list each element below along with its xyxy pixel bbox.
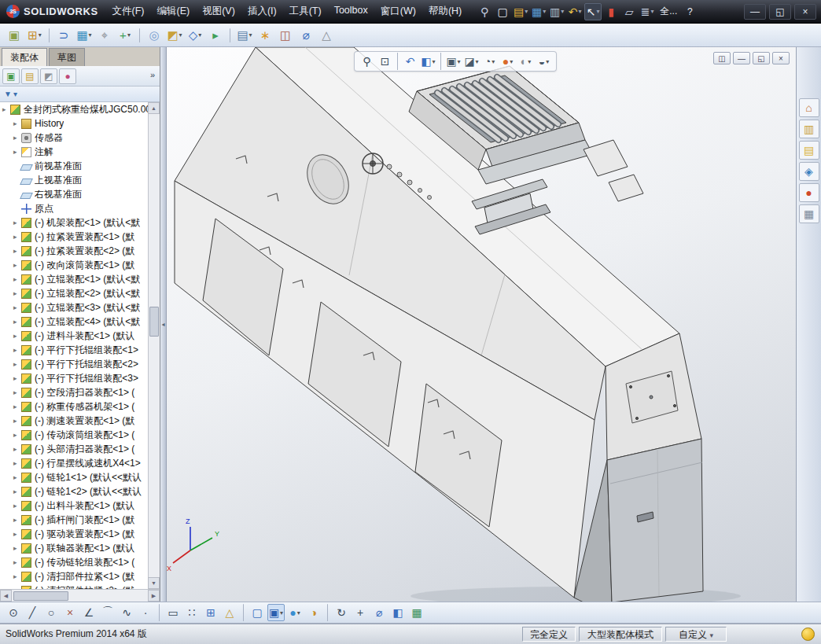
- tree-item[interactable]: (-) 立辊装配<1> (默认<默: [0, 272, 148, 286]
- section-view-button[interactable]: ◧: [419, 53, 437, 70]
- insert-components-button[interactable]: ⊞: [25, 26, 44, 45]
- tree-item[interactable]: 传感器: [0, 131, 148, 145]
- undo-button[interactable]: ↶: [566, 3, 584, 20]
- quick-access-text[interactable]: 全...: [657, 3, 680, 20]
- custom-properties-icon[interactable]: ▦: [799, 204, 819, 223]
- displaymanager-tab[interactable]: ●: [59, 68, 76, 84]
- separator[interactable]: [397, 53, 398, 70]
- restore-document-button[interactable]: ◱: [753, 52, 770, 64]
- open-document-button[interactable]: ▤: [512, 3, 529, 20]
- featuremanager-tab[interactable]: ▣: [2, 68, 20, 84]
- tree-item[interactable]: (-) 拉紧装置装配<1> (默: [0, 230, 148, 244]
- tree-item[interactable]: (-) 链轮1<2> (默认<<默认: [0, 484, 148, 499]
- tree-item[interactable]: (-) 测速装置装配<1> (默: [0, 414, 148, 428]
- tree-item[interactable]: (-) 机架装配<1> (默认<默: [0, 215, 148, 230]
- tree-item[interactable]: (-) 进料斗装配<1> (默认: [0, 329, 148, 343]
- tree-item[interactable]: 上视基准面: [0, 173, 148, 187]
- view-settings-button[interactable]: ◒: [535, 53, 553, 70]
- mass-properties-button[interactable]: △: [317, 26, 336, 45]
- separator[interactable]: [230, 28, 230, 42]
- measure-button[interactable]: ⌀: [370, 604, 388, 621]
- tree-expander-icon[interactable]: [13, 346, 21, 354]
- tree-item[interactable]: (-) 驱动装置装配<1> (默: [0, 527, 148, 541]
- scene-button[interactable]: ◑: [305, 604, 322, 621]
- tree-expander-icon[interactable]: [13, 219, 21, 226]
- menu-item[interactable]: 窗口(W): [374, 0, 422, 23]
- minimize-document-button[interactable]: —: [733, 52, 750, 64]
- previous-view-button[interactable]: ↶: [401, 53, 419, 70]
- restore-button[interactable]: ◱: [769, 4, 791, 20]
- separator[interactable]: [327, 604, 328, 621]
- appearance-button[interactable]: ●: [286, 604, 304, 621]
- tree-item[interactable]: (-) 清扫部件拉紧<2> (默: [0, 583, 148, 589]
- menu-item[interactable]: 视图(V): [196, 0, 241, 23]
- tree-item[interactable]: (-) 立辊装配<4> (默认<默: [0, 315, 148, 329]
- tree-item[interactable]: (-) 立辊装配<2> (默认<默: [0, 286, 148, 300]
- help-button[interactable]: ?: [681, 3, 698, 20]
- tree-expander-icon[interactable]: [13, 431, 21, 439]
- menu-item[interactable]: 工具(T): [283, 0, 328, 23]
- tree-expander-icon[interactable]: [13, 530, 21, 538]
- tree-item[interactable]: (-) 行星摆线减速机X4<1>: [0, 456, 148, 470]
- new-document-button[interactable]: ▢: [494, 3, 511, 20]
- interference-detection-button[interactable]: ◫: [276, 26, 295, 45]
- graphics-area[interactable]: Z Y X ⚲⊡↶◧▣◪◔●◐◒ ◫—◱×: [167, 47, 796, 602]
- search-icon[interactable]: ⚲: [476, 3, 493, 20]
- tree-item[interactable]: (-) 插杆闸门装配<1> (默: [0, 513, 148, 527]
- tree-expander-icon[interactable]: [13, 403, 21, 410]
- zoom-to-fit-button[interactable]: ⚲: [358, 53, 376, 70]
- separator[interactable]: [159, 604, 160, 621]
- tree-expander-icon[interactable]: [13, 134, 21, 142]
- scroll-down-icon[interactable]: ▼: [148, 577, 160, 589]
- assembly-features-button[interactable]: ◩: [165, 26, 184, 45]
- solidworks-resources-icon[interactable]: ⌂: [799, 98, 819, 117]
- options-button[interactable]: ≣: [639, 3, 656, 20]
- evaluate-table-button[interactable]: ▦: [408, 604, 425, 621]
- close-button[interactable]: ×: [794, 4, 816, 20]
- scroll-left-icon[interactable]: ◀: [0, 590, 12, 602]
- file-properties-button[interactable]: ▱: [620, 3, 638, 20]
- trim-entities-button[interactable]: ×: [61, 604, 79, 621]
- smart-fasteners-button[interactable]: ⌖: [95, 26, 114, 45]
- viewport-canvas[interactable]: Z Y X: [167, 47, 796, 602]
- hide-show-items-button[interactable]: ◔: [480, 53, 499, 70]
- tree-item[interactable]: 注解: [0, 145, 148, 159]
- wireframe-display-button[interactable]: ▢: [249, 604, 266, 621]
- smart-dimension-button[interactable]: ⊙: [5, 604, 22, 621]
- linear-sketch-pattern-button[interactable]: ∷: [183, 604, 201, 621]
- tree-expander-icon[interactable]: [13, 417, 21, 425]
- tab-assembly[interactable]: 装配体: [2, 48, 47, 66]
- edit-appearance-button[interactable]: ●: [499, 53, 517, 70]
- tree-item[interactable]: 原点: [0, 201, 148, 215]
- display-style-button[interactable]: ◪: [462, 53, 480, 70]
- tree-item[interactable]: 前视基准面: [0, 159, 148, 173]
- point-button[interactable]: ·: [137, 604, 154, 621]
- panel-expand-button[interactable]: »: [147, 70, 158, 79]
- rotate-view-button[interactable]: ↻: [333, 604, 350, 621]
- spline-button[interactable]: ∿: [118, 604, 135, 621]
- splitter-collapse-icon[interactable]: ◂: [161, 321, 164, 328]
- tree-item[interactable]: 右视基准面: [0, 187, 148, 201]
- tree-item[interactable]: History: [0, 116, 148, 131]
- tree-item[interactable]: (-) 清扫部件拉紧<1> (默: [0, 569, 148, 583]
- panel-splitter[interactable]: ◂: [160, 47, 167, 602]
- menu-item[interactable]: 帮助(H): [422, 0, 468, 23]
- tree-item[interactable]: (-) 联轴器装配<1> (默认: [0, 541, 148, 555]
- tree-expander-icon[interactable]: [13, 473, 21, 481]
- measure-button[interactable]: ⌀: [296, 26, 315, 45]
- save-button[interactable]: ▦: [530, 3, 547, 20]
- separator[interactable]: [139, 28, 140, 42]
- document-window-menu[interactable]: ◫: [713, 52, 731, 64]
- tree-vertical-scrollbar[interactable]: ▲ ▼: [148, 102, 160, 589]
- tree-expander-icon[interactable]: [13, 445, 21, 453]
- tree-expander-icon[interactable]: [13, 388, 21, 396]
- close-document-button[interactable]: ×: [772, 52, 790, 64]
- tree-item[interactable]: (-) 出料斗装配<1> (默认: [0, 499, 148, 513]
- scroll-up-icon[interactable]: ▲: [148, 102, 160, 114]
- tree-expander-icon[interactable]: [13, 544, 21, 552]
- tree-item[interactable]: (-) 平行下托辊组装配<1>: [0, 343, 148, 357]
- scroll-right-icon[interactable]: ▶: [148, 590, 160, 602]
- tree-expander-icon[interactable]: [13, 558, 21, 566]
- tree-expander-icon[interactable]: [2, 105, 10, 113]
- tree-item[interactable]: (-) 链轮1<1> (默认<<默认: [0, 470, 148, 484]
